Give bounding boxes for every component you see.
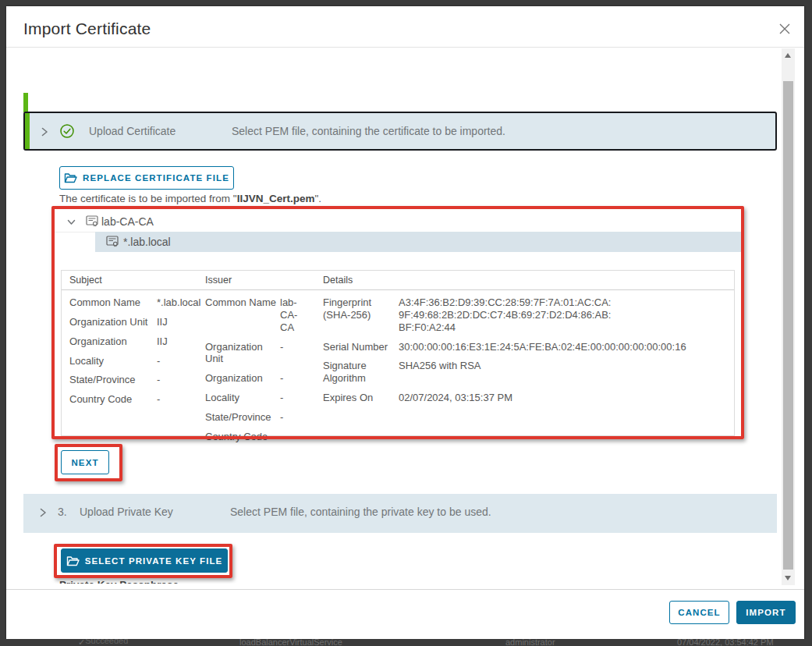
table-row: Common Namelab-CA-CA	[205, 296, 319, 334]
import-certificate-dialog: Import Certificate Upload Certificate Se…	[6, 6, 804, 639]
step-header-upload-certificate[interactable]: Upload Certificate Select PEM file, cont…	[23, 112, 777, 151]
step-header-upload-private-key[interactable]: 3. Upload Private Key Select PEM file, c…	[23, 494, 777, 533]
replace-certificate-file-label: REPLACE CERTIFICATE FILE	[83, 173, 229, 183]
column-header-subject: Subject	[69, 275, 102, 286]
next-button[interactable]: NEXT	[61, 450, 109, 474]
table-row: Organization-	[205, 372, 319, 385]
task-status: ✓ Succeeded	[78, 639, 85, 646]
scroll-down-icon[interactable]	[785, 576, 791, 580]
table-row: Expires On02/07/2024, 03:15:37 PM	[323, 392, 729, 404]
certificate-file-name: IIJVN_Cert.pem	[237, 193, 315, 204]
import-source-note: The certificate is to be imported from "…	[59, 193, 321, 204]
table-row: Signature AlgorithmSHA256 with RSA	[323, 360, 729, 385]
certificate-icon	[86, 215, 99, 227]
footer-divider	[6, 589, 804, 590]
step-title: Upload Private Key	[80, 506, 173, 518]
table-row: Country Code-	[69, 393, 204, 406]
vertical-scrollbar[interactable]	[782, 48, 795, 585]
close-icon[interactable]	[778, 22, 792, 36]
fingerprint-value: A3:4F:36:B2:D9:39:CC:28:59:7F:7A:01:AC:C…	[399, 296, 729, 334]
select-private-key-file-button[interactable]: SELECT PRIVATE KEY FILE	[61, 548, 228, 573]
subject-column: Common Name*.lab.local Organization Unit…	[69, 296, 204, 413]
tree-node-child-label: *.lab.local	[123, 236, 171, 248]
scroll-up-icon[interactable]	[785, 53, 791, 58]
success-check-icon	[59, 123, 75, 139]
task-name: loadBalancerVirtualService	[239, 639, 342, 646]
folder-icon	[66, 555, 80, 566]
table-row: State/Province-	[205, 411, 319, 424]
certificate-icon	[106, 236, 119, 247]
chevron-right-icon[interactable]	[39, 126, 50, 137]
tree-node-root-label: lab-CA-CA	[101, 215, 154, 228]
table-row: Serial Number30:00:00:00:16:E3:1E:24:5A:…	[323, 341, 729, 353]
chevron-down-icon[interactable]	[66, 217, 76, 227]
dialog-title: Import Certificate	[23, 20, 151, 38]
table-row: Organization UnitIIJ	[69, 316, 204, 328]
replace-certificate-file-button[interactable]: REPLACE CERTIFICATE FILE	[59, 166, 234, 190]
table-row: Common Name*.lab.local	[69, 296, 204, 309]
chevron-right-icon[interactable]	[37, 507, 48, 518]
cancel-button[interactable]: CANCEL	[669, 601, 729, 624]
column-header-details: Details	[323, 275, 353, 286]
table-row: OrganizationIIJ	[69, 335, 204, 348]
import-button[interactable]: IMPORT	[736, 601, 796, 624]
column-header-issuer: Issuer	[205, 275, 232, 286]
table-row: Fingerprint (SHA-256) A3:4F:36:B2:D9:39:…	[323, 296, 729, 334]
step-description: Select PEM file, containing the private …	[230, 506, 491, 518]
private-key-passphrase-label: Private Key Passphrase	[59, 579, 179, 584]
dialog-scroll-area: Upload Certificate Select PEM file, cont…	[6, 48, 782, 584]
task-user: administrator	[505, 639, 555, 646]
tree-node-root[interactable]: lab-CA-CA	[51, 211, 741, 232]
table-row: Locality-	[205, 392, 319, 404]
step-success-edge	[25, 113, 30, 149]
step-title: Upload Certificate	[89, 125, 176, 137]
issuer-column: Common Namelab-CA-CA Organization Unit- …	[205, 296, 319, 450]
table-row: Organization Unit-	[205, 341, 319, 366]
table-row: Locality-	[69, 355, 204, 367]
background-task-row: ✓ Succeeded loadBalancerVirtualService a…	[0, 639, 812, 646]
folder-icon	[64, 172, 77, 183]
step-description: Select PEM file, containing the certific…	[232, 125, 505, 137]
table-row: State/Province-	[69, 374, 204, 386]
tree-node-child-selected[interactable]: *.lab.local	[95, 232, 743, 252]
previous-step-green-edge	[23, 93, 28, 112]
step-number: 3.	[58, 506, 67, 518]
certificate-details-table: Subject Issuer Details Common Name*.lab.…	[61, 270, 735, 436]
table-header-row: Subject Issuer Details	[62, 271, 734, 290]
select-private-key-file-label: SELECT PRIVATE KEY FILE	[85, 556, 223, 566]
scrollbar-thumb[interactable]	[783, 81, 793, 570]
table-row: Country Code-	[205, 431, 319, 443]
task-time: 07/04/2022, 03:54:42 PM	[677, 639, 774, 646]
details-column: Fingerprint (SHA-256) A3:4F:36:B2:D9:39:…	[323, 296, 729, 411]
private-key-passphrase-input[interactable]	[228, 577, 722, 584]
